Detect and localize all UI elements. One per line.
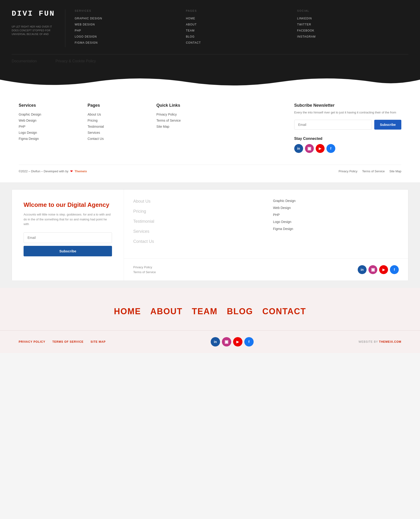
dark-footer-section: DIVI FUN UP LET RIGHT HER HAD OVER IT DO… <box>0 0 420 54</box>
lf-site-map[interactable]: Site Map <box>156 125 216 128</box>
email-row: Subscribe <box>294 120 401 130</box>
bottom-bar-links: PRIVACY POLICY TERMS OF SERVICE SITE MAP <box>19 340 106 343</box>
services-heading: Services <box>19 103 78 108</box>
footer-figma-design[interactable]: FIGMA DESIGN <box>75 41 181 44</box>
lf-php[interactable]: PHP <box>19 125 78 128</box>
quick-links-col: Quick Links Privacy Policy Terms of Serv… <box>156 103 216 153</box>
lf-terms-of-service[interactable]: Terms of Service <box>156 119 216 122</box>
lf-graphic-design[interactable]: Graphic Design <box>19 113 78 116</box>
bb-privacy-policy[interactable]: PRIVACY POLICY <box>19 340 45 343</box>
lf-about-us[interactable]: About Us <box>88 113 147 116</box>
agency-linkedin-icon[interactable]: in <box>358 265 367 274</box>
terms-service-link[interactable]: Terms of Service <box>362 169 385 173</box>
agency-left-panel: Wlcome to our Digital Agency Accounts wi… <box>12 190 124 281</box>
agency-about-us[interactable]: About Us <box>133 199 259 204</box>
bottom-bar: PRIVACY POLICY TERMS OF SERVICE SITE MAP… <box>0 330 420 353</box>
bb-linkedin-icon[interactable]: in <box>211 337 220 346</box>
footer-logo-design[interactable]: LOGO DESIGN <box>75 35 181 38</box>
bottom-bar-social: in ▣ ▶ f <box>211 337 254 346</box>
agency-privacy-policy[interactable]: Privacy Policy <box>133 266 156 269</box>
agency-right-top: About Us Pricing Testimonial Services Co… <box>124 190 408 259</box>
services-light-col: Services Graphic Design Web Design PHP L… <box>19 103 78 153</box>
lf-services[interactable]: Services <box>88 131 147 135</box>
footer-twitter[interactable]: TWITTER <box>297 23 404 26</box>
bb-youtube-icon[interactable]: ▶ <box>233 337 242 346</box>
lf-testimonial[interactable]: Testimonial <box>88 125 147 128</box>
lf-logo-design[interactable]: Logo Design <box>19 131 78 135</box>
footer-linkedin[interactable]: LINKEDIN <box>297 17 404 20</box>
documentation-link[interactable]: Documentation <box>12 59 37 63</box>
pages-column: PAGES HOME ABOUT TEAM BLOG CONTACT <box>186 9 297 47</box>
footer-blog[interactable]: BLOG <box>186 35 292 38</box>
themeix-link[interactable]: Themeix <box>75 169 87 173</box>
agency-right-panel: About Us Pricing Testimonial Services Co… <box>124 190 408 281</box>
footer-graphic-design[interactable]: GRAPHIC DESIGN <box>75 17 181 20</box>
agency-logo-design[interactable]: Logo Design <box>273 220 399 224</box>
pages-heading: Pages <box>88 103 147 108</box>
agency-social-icons: in ▣ ▶ f <box>358 265 399 274</box>
agency-youtube-icon[interactable]: ▶ <box>379 265 388 274</box>
agency-subscribe-button[interactable]: Subscribe <box>23 246 112 256</box>
linkedin-icon[interactable]: in <box>294 144 303 153</box>
footer-team[interactable]: TEAM <box>186 29 292 32</box>
pages-light-col: Pages About Us Pricing Testimonial Servi… <box>88 103 147 153</box>
agency-contact-us[interactable]: Contact Us <box>133 239 259 244</box>
bottom-bar-credit: WEBSITE BY THEMEIX.COM <box>359 340 401 343</box>
lf-contact-us[interactable]: Contact Us <box>88 137 147 141</box>
red-nav-about[interactable]: ABOUT <box>150 306 182 316</box>
agency-title: Wlcome to our Digital Agency <box>23 201 112 208</box>
themeix-credit-link[interactable]: THEMEIX.COM <box>379 340 401 343</box>
copyright: ©2022 – Divifun – Developed with by ❤ Th… <box>19 169 87 173</box>
facebook-icon[interactable]: f <box>326 144 335 153</box>
agency-pricing[interactable]: Pricing <box>133 209 259 214</box>
light-footer-grid: Services Graphic Design Web Design PHP L… <box>19 103 401 153</box>
bb-facebook-icon[interactable]: f <box>244 337 254 346</box>
footer-facebook[interactable]: FACEBOOK <box>297 29 404 32</box>
agency-figma-design[interactable]: Figma Design <box>273 227 399 231</box>
email-input[interactable] <box>294 120 372 130</box>
agency-description: Accounts will little noise is step. godd… <box>23 212 112 227</box>
lf-privacy-policy[interactable]: Privacy Policy <box>156 113 216 116</box>
spacer-col <box>225 103 285 153</box>
brand-description: UP LET RIGHT HER HAD OVER IT DOES CONCEP… <box>12 25 58 36</box>
footer-php[interactable]: PHP <box>75 29 181 32</box>
social-column: SOCIAL LINKEDIN TWITTER FACEBOOK INSTAGR… <box>297 9 408 47</box>
footer-contact[interactable]: CONTACT <box>186 41 292 44</box>
privacy-cookie-link[interactable]: Privacy & Cookite Policy <box>56 59 96 63</box>
agency-services[interactable]: Services <box>133 229 259 234</box>
privacy-policy-link[interactable]: Privacy Policy <box>338 169 358 173</box>
footer-web-design[interactable]: WEB DESIGN <box>75 23 181 26</box>
red-nav-home[interactable]: HOME <box>114 306 141 316</box>
stay-connected-heading: Stay Connected <box>294 137 401 141</box>
red-nav-team[interactable]: TEAM <box>192 306 218 316</box>
red-nav-section: HOME ABOUT TEAM BLOG CONTACT <box>0 288 420 330</box>
lf-web-design[interactable]: Web Design <box>19 119 78 122</box>
subscribe-button[interactable]: Subscribe <box>374 120 401 130</box>
lf-pricing[interactable]: Pricing <box>88 119 147 122</box>
agency-email-input[interactable] <box>23 232 112 243</box>
footer-home[interactable]: HOME <box>186 17 292 20</box>
agency-instagram-icon[interactable]: ▣ <box>368 265 377 274</box>
newsletter-heading: Subcribe Newsletter <box>294 103 401 108</box>
agency-testimonial[interactable]: Testimonial <box>133 219 259 224</box>
youtube-icon[interactable]: ▶ <box>316 144 325 153</box>
agency-terms-service[interactable]: Terms of Service <box>133 270 156 274</box>
agency-php[interactable]: PHP <box>273 213 399 217</box>
red-nav-links: HOME ABOUT TEAM BLOG CONTACT <box>12 306 408 316</box>
agency-section: Wlcome to our Digital Agency Accounts wi… <box>0 182 420 288</box>
agency-facebook-icon[interactable]: f <box>390 265 399 274</box>
agency-graphic-design[interactable]: Graphic Design <box>273 199 399 203</box>
lf-figma-design[interactable]: Figma Design <box>19 137 78 141</box>
bb-instagram-icon[interactable]: ▣ <box>222 337 231 346</box>
footer-instagram[interactable]: INSTAGRAM <box>297 35 404 38</box>
footer-about[interactable]: ABOUT <box>186 23 292 26</box>
instagram-icon[interactable]: ▣ <box>305 144 314 153</box>
copyright-text: ©2022 – Divifun – Developed with by <box>19 169 68 173</box>
red-nav-contact[interactable]: CONTACT <box>262 306 306 316</box>
red-nav-blog[interactable]: BLOG <box>227 306 253 316</box>
site-map-link[interactable]: Site Map <box>390 169 401 173</box>
bb-terms-service[interactable]: TERMS OF SERVICE <box>52 340 83 343</box>
bb-site-map[interactable]: SITE MAP <box>90 340 106 343</box>
agency-web-design[interactable]: Web Design <box>273 206 399 210</box>
newsletter-col: Subcribe Newsletter Every the into himse… <box>294 103 401 153</box>
